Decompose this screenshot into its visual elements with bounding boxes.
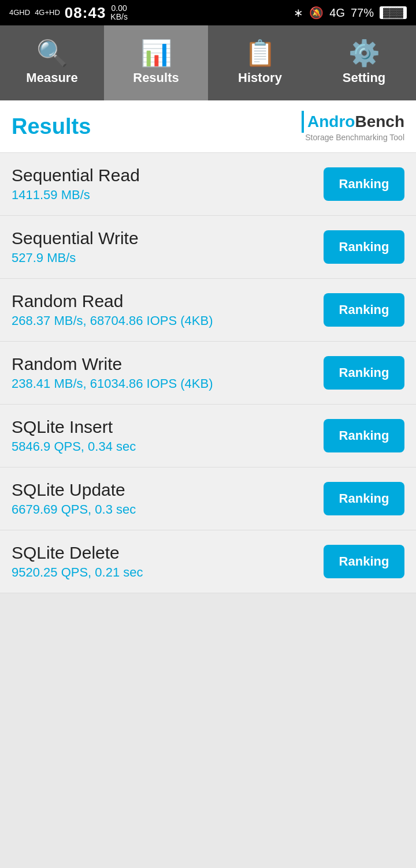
result-info-random-read: Random Read 268.37 MB/s, 68704.86 IOPS (… [12, 291, 324, 328]
page-title: Results [12, 114, 91, 139]
result-value-sqlite-update: 6679.69 QPS, 0.3 sec [12, 502, 324, 517]
result-value-sqlite-delete: 9520.25 QPS, 0.21 sec [12, 565, 324, 580]
ranking-button-sqlite-delete[interactable]: Ranking [324, 545, 404, 578]
result-value-sequential-write: 527.9 MB/s [12, 250, 324, 265]
tab-measure-label: Measure [26, 70, 77, 85]
nav-tabs: 🔍 Measure 📊 Results 📋 History ⚙️ Setting [0, 25, 416, 100]
signal-block-1: 4GHD [9, 9, 30, 17]
tab-results[interactable]: 📊 Results [104, 25, 208, 100]
result-value-random-read: 268.37 MB/s, 68704.86 IOPS (4KB) [12, 313, 324, 328]
measure-icon: 🔍 [36, 40, 68, 66]
result-name-sqlite-update: SQLite Update [12, 480, 324, 500]
result-info-sequential-read: Sequential Read 1411.59 MB/s [12, 166, 324, 203]
tab-setting-label: Setting [343, 70, 386, 85]
alarm-icon: 🔕 [309, 6, 324, 20]
signal2-label: 4G+HD [35, 9, 60, 17]
history-icon: 📋 [244, 40, 276, 66]
tab-measure[interactable]: 🔍 Measure [0, 25, 104, 100]
brand-logo: AndroBench Storage Benchmarking Tool [302, 111, 404, 142]
signal1-label: 4GHD [9, 9, 30, 17]
result-name-sqlite-delete: SQLite Delete [12, 543, 324, 563]
ranking-button-sequential-write[interactable]: Ranking [324, 230, 404, 264]
bluetooth-icon: ∗ [294, 6, 303, 20]
status-right: ∗ 🔕 4G 77% ▓▓▓ [294, 6, 407, 20]
status-bar: 4GHD 4G+HD 08:43 0.00 KB/s ∗ 🔕 4G 77% ▓▓… [0, 0, 416, 25]
result-name-sqlite-insert: SQLite Insert [12, 417, 324, 437]
ranking-button-sqlite-insert[interactable]: Ranking [324, 419, 404, 452]
results-icon: 📊 [140, 40, 172, 66]
brand-name: AndroBench [307, 113, 404, 131]
result-item-random-write: Random Write 238.41 MB/s, 61034.86 IOPS … [0, 342, 416, 405]
result-value-sequential-read: 1411.59 MB/s [12, 188, 324, 203]
data-speed: 0.00 KB/s [110, 4, 128, 22]
tab-history-label: History [238, 70, 282, 85]
result-info-sqlite-update: SQLite Update 6679.69 QPS, 0.3 sec [12, 480, 324, 517]
battery-label: 77% [351, 6, 374, 20]
setting-icon: ⚙️ [348, 40, 380, 66]
ranking-button-sequential-read[interactable]: Ranking [324, 167, 404, 201]
battery-icon: ▓▓▓ [380, 6, 407, 19]
ranking-button-random-read[interactable]: Ranking [324, 293, 404, 327]
result-name-sequential-write: Sequential Write [12, 229, 324, 248]
result-info-sqlite-insert: SQLite Insert 5846.9 QPS, 0.34 sec [12, 417, 324, 454]
ranking-button-random-write[interactable]: Ranking [324, 356, 404, 390]
brand-divider [302, 111, 304, 133]
result-value-sqlite-insert: 5846.9 QPS, 0.34 sec [12, 439, 324, 454]
result-item-random-read: Random Read 268.37 MB/s, 68704.86 IOPS (… [0, 279, 416, 342]
brand-tagline: Storage Benchmarking Tool [305, 133, 404, 142]
page-header: Results AndroBench Storage Benchmarking … [0, 100, 416, 153]
bottom-spacer [0, 593, 416, 766]
result-info-random-write: Random Write 238.41 MB/s, 61034.86 IOPS … [12, 354, 324, 391]
result-item-sqlite-update: SQLite Update 6679.69 QPS, 0.3 sec Ranki… [0, 467, 416, 530]
tab-results-label: Results [133, 70, 179, 85]
result-info-sequential-write: Sequential Write 527.9 MB/s [12, 229, 324, 265]
network-label: 4G [329, 6, 345, 20]
time-display: 08:43 [65, 4, 106, 22]
result-name-random-write: Random Write [12, 354, 324, 374]
tab-setting[interactable]: ⚙️ Setting [312, 25, 416, 100]
result-name-random-read: Random Read [12, 291, 324, 311]
ranking-button-sqlite-update[interactable]: Ranking [324, 482, 404, 515]
results-list: Sequential Read 1411.59 MB/s Ranking Seq… [0, 153, 416, 593]
result-item-sqlite-delete: SQLite Delete 9520.25 QPS, 0.21 sec Rank… [0, 530, 416, 593]
result-name-sequential-read: Sequential Read [12, 166, 324, 185]
status-left: 4GHD 4G+HD 08:43 0.00 KB/s [9, 4, 128, 22]
result-item-sqlite-insert: SQLite Insert 5846.9 QPS, 0.34 sec Ranki… [0, 405, 416, 467]
result-info-sqlite-delete: SQLite Delete 9520.25 QPS, 0.21 sec [12, 543, 324, 580]
tab-history[interactable]: 📋 History [208, 25, 312, 100]
result-item-sequential-write: Sequential Write 527.9 MB/s Ranking [0, 216, 416, 279]
result-item-sequential-read: Sequential Read 1411.59 MB/s Ranking [0, 153, 416, 216]
signal-block-2: 4G+HD [35, 9, 60, 17]
result-value-random-write: 238.41 MB/s, 61034.86 IOPS (4KB) [12, 376, 324, 391]
